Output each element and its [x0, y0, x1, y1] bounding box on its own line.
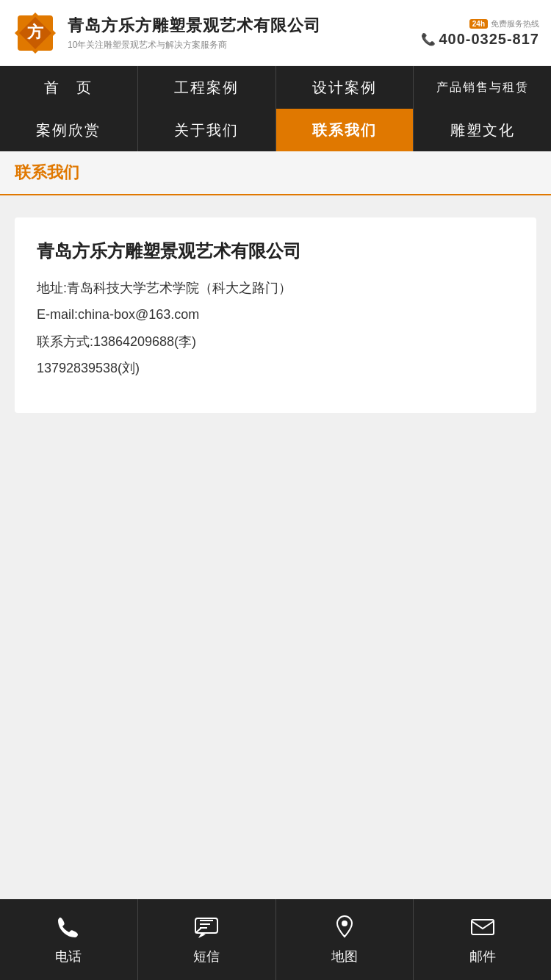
contact-phone1: 联系方式:13864209688(李)	[37, 330, 514, 353]
logo-area: 方 青岛方乐方雕塑景观艺术有限公司 10年关注雕塑景观艺术与解决方案服务商	[12, 10, 421, 57]
svg-point-5	[342, 920, 347, 926]
contact-address: 地址:青岛科技大学艺术学院（科大之路门）	[37, 276, 514, 300]
badge-24h: 24h	[469, 19, 488, 29]
contact-phone2: 13792839538(刘)	[37, 356, 514, 380]
footer-mail[interactable]: 邮件	[414, 899, 551, 980]
map-footer-icon	[332, 915, 357, 943]
nav-cases[interactable]: 案例欣赏	[0, 109, 138, 151]
phone-footer-icon	[56, 915, 81, 943]
nav-home[interactable]: 首 页	[0, 66, 138, 109]
nav-design[interactable]: 设计案例	[276, 66, 414, 109]
mail-footer-icon	[470, 915, 495, 943]
nav-row-1: 首 页 工程案例 设计案例 产品销售与租赁	[0, 66, 551, 109]
nav-contact[interactable]: 联系我们	[276, 109, 414, 151]
contact-company-name: 青岛方乐方雕塑景观艺术有限公司	[37, 239, 514, 263]
nav-row-2: 案例欣赏 关于我们 联系我们 雕塑文化	[0, 109, 551, 151]
hotline-number: 400-0325-817	[439, 31, 539, 48]
header: 方 青岛方乐方雕塑景观艺术有限公司 10年关注雕塑景观艺术与解决方案服务商 24…	[0, 0, 551, 66]
hotline-top: 24h 免费服务热线	[469, 18, 539, 29]
message-footer-icon	[194, 915, 219, 943]
logo-text: 青岛方乐方雕塑景观艺术有限公司 10年关注雕塑景观艺术与解决方案服务商	[68, 15, 321, 51]
hotline-label: 免费服务热线	[491, 18, 539, 29]
nav-culture[interactable]: 雕塑文化	[414, 109, 551, 151]
main-content: 青岛方乐方雕塑景观艺术有限公司 地址:青岛科技大学艺术学院（科大之路门） E-m…	[0, 195, 551, 899]
nav-engineering[interactable]: 工程案例	[138, 66, 276, 109]
logo-icon: 方	[12, 10, 59, 57]
bottom-bar: 电话 短信 地图	[0, 899, 551, 980]
page-title-bar: 联系我们	[0, 151, 551, 195]
company-tagline: 10年关注雕塑景观艺术与解决方案服务商	[68, 39, 321, 51]
hotline-area: 24h 免费服务热线 📞 400-0325-817	[421, 18, 539, 48]
nav-products[interactable]: 产品销售与租赁	[414, 66, 551, 109]
footer-message[interactable]: 短信	[138, 899, 276, 980]
footer-phone[interactable]: 电话	[0, 899, 138, 980]
footer-map[interactable]: 地图	[276, 899, 414, 980]
contact-card: 青岛方乐方雕塑景观艺术有限公司 地址:青岛科技大学艺术学院（科大之路门） E-m…	[15, 217, 536, 413]
footer-map-label: 地图	[331, 948, 358, 965]
svg-text:方: 方	[26, 23, 44, 41]
footer-mail-label: 邮件	[469, 948, 496, 965]
nav-about[interactable]: 关于我们	[138, 109, 276, 151]
company-name-header: 青岛方乐方雕塑景观艺术有限公司	[68, 15, 321, 37]
phone-icon: 📞	[421, 32, 436, 46]
footer-phone-label: 电话	[55, 948, 82, 965]
footer-message-label: 短信	[193, 948, 220, 965]
svg-rect-6	[472, 920, 494, 934]
page-title: 联系我们	[15, 163, 79, 181]
contact-email: E-mail:china-box@163.com	[37, 303, 514, 326]
